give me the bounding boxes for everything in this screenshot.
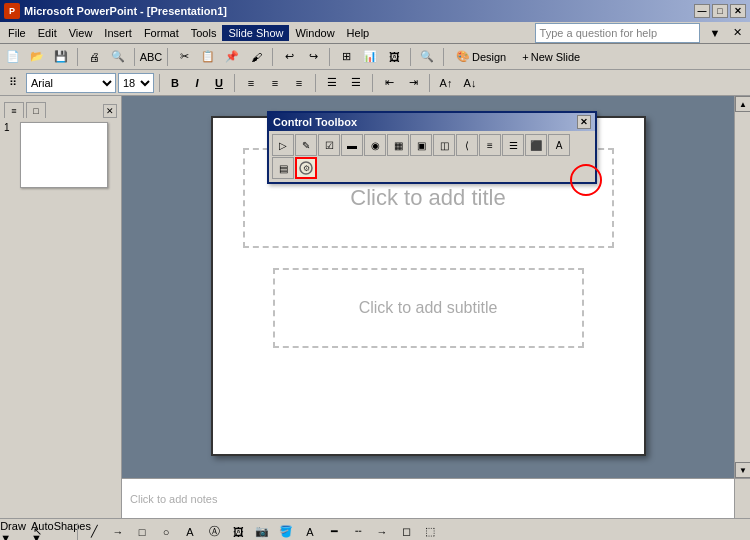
toolbox-title-bar[interactable]: Control Toolbox ✕: [269, 113, 595, 131]
toolbox-btn-image[interactable]: ▤: [272, 157, 294, 179]
draw-menu-btn[interactable]: Draw ▼: [2, 522, 24, 541]
font-size-select[interactable]: 18: [118, 73, 154, 93]
toolbox-btn-checkbox[interactable]: ☑: [318, 134, 340, 156]
wordart-btn[interactable]: Ⓐ: [203, 522, 225, 541]
bold-button[interactable]: B: [165, 73, 185, 93]
sep1: [77, 48, 78, 66]
copy-btn[interactable]: 📋: [197, 47, 219, 67]
sep5: [329, 48, 330, 66]
insert-chart-btn[interactable]: 📊: [359, 47, 381, 67]
help-search-box[interactable]: Type a question for help: [535, 23, 700, 43]
clipart-btn[interactable]: 🖼: [227, 522, 249, 541]
numbering-btn[interactable]: ☰: [345, 73, 367, 93]
align-left-btn[interactable]: ≡: [240, 73, 262, 93]
shadow-btn[interactable]: ◻: [395, 522, 417, 541]
menu-view[interactable]: View: [63, 25, 99, 41]
autoshapes-btn[interactable]: AutoShapes ▼: [50, 522, 72, 541]
close-button[interactable]: ✕: [730, 4, 746, 18]
design-button[interactable]: 🎨 Design: [449, 47, 513, 67]
insert-picture-btn[interactable]: 🖼: [383, 47, 405, 67]
spell-btn[interactable]: ABC: [140, 47, 162, 67]
preview-btn[interactable]: 🔍: [107, 47, 129, 67]
new-slide-icon: +: [522, 51, 528, 63]
new-btn[interactable]: 📄: [2, 47, 24, 67]
save-btn[interactable]: 💾: [50, 47, 72, 67]
dash-style-btn[interactable]: ╌: [347, 522, 369, 541]
more-controls-icon: ⚙: [299, 161, 313, 175]
toolbox-btn-tabstrip[interactable]: ⬛: [525, 134, 547, 156]
close-panel-btn[interactable]: ✕: [103, 104, 117, 118]
decrease-indent-btn[interactable]: ⇤: [378, 73, 400, 93]
toolbox-btn-morecontrols[interactable]: ⚙: [295, 157, 317, 179]
title-placeholder-text: Click to add title: [350, 185, 505, 211]
bullets-btn[interactable]: ☰: [321, 73, 343, 93]
font-size-increase-btn[interactable]: A↑: [435, 73, 457, 93]
scroll-up-btn[interactable]: ▲: [735, 96, 750, 112]
line-style-btn[interactable]: ━: [323, 522, 345, 541]
help-dropdown-btn[interactable]: ▼: [704, 23, 726, 43]
arrow-style-btn[interactable]: →: [371, 522, 393, 541]
toolbox-btn-combobox[interactable]: ▣: [410, 134, 432, 156]
arrow-btn[interactable]: →: [107, 522, 129, 541]
line-btn[interactable]: ╱: [83, 522, 105, 541]
toolbox-btn-select[interactable]: ▷: [272, 134, 294, 156]
menu-help[interactable]: Help: [341, 25, 376, 41]
redo-btn[interactable]: ↪: [302, 47, 324, 67]
toolbox-btn-label[interactable]: A: [548, 134, 570, 156]
maximize-button[interactable]: □: [712, 4, 728, 18]
menu-format[interactable]: Format: [138, 25, 185, 41]
font-select[interactable]: Arial: [26, 73, 116, 93]
fill-color-icon: 🪣: [279, 525, 293, 538]
font-size-decrease-btn[interactable]: A↓: [459, 73, 481, 93]
fill-color-btn[interactable]: 🪣: [275, 522, 297, 541]
zoom-btn[interactable]: 🔍: [416, 47, 438, 67]
minimize-button[interactable]: —: [694, 4, 710, 18]
align-right-btn[interactable]: ≡: [288, 73, 310, 93]
italic-button[interactable]: I: [187, 73, 207, 93]
menu-insert[interactable]: Insert: [98, 25, 138, 41]
help-search-placeholder: Type a question for help: [540, 27, 657, 39]
cut-btn[interactable]: ✂: [173, 47, 195, 67]
format-painter-btn[interactable]: 🖌: [245, 47, 267, 67]
underline-button[interactable]: U: [209, 73, 229, 93]
menu-window[interactable]: Window: [289, 25, 340, 41]
font-color-btn[interactable]: A: [299, 522, 321, 541]
notes-area[interactable]: Click to add notes: [122, 478, 734, 518]
new-slide-label: New Slide: [531, 51, 581, 63]
insert-table-btn[interactable]: ⊞: [335, 47, 357, 67]
menu-edit[interactable]: Edit: [32, 25, 63, 41]
rect-btn[interactable]: □: [131, 522, 153, 541]
increase-indent-btn[interactable]: ⇥: [402, 73, 424, 93]
textbox-draw-btn[interactable]: A: [179, 522, 201, 541]
sep-f2: [234, 74, 235, 92]
toolbox-btn-cmdbutton[interactable]: ☰: [502, 134, 524, 156]
3d-btn[interactable]: ⬚: [419, 522, 441, 541]
slide-thumbnail-1[interactable]: [20, 122, 108, 188]
align-center-btn[interactable]: ≡: [264, 73, 286, 93]
subtitle-placeholder[interactable]: Click to add subtitle: [273, 268, 584, 348]
toolbox-btn-spin[interactable]: ≡: [479, 134, 501, 156]
toolbox-btn-listbox[interactable]: ▦: [387, 134, 409, 156]
print-btn[interactable]: 🖨: [83, 47, 105, 67]
toolbox-btn-textbox[interactable]: ▬: [341, 134, 363, 156]
font-grip: ⠿: [2, 73, 24, 93]
menu-file[interactable]: File: [2, 25, 32, 41]
new-slide-button[interactable]: + New Slide: [515, 47, 587, 67]
help-close-btn[interactable]: ✕: [726, 23, 748, 43]
picture-btn[interactable]: 📷: [251, 522, 273, 541]
toolbox-close-button[interactable]: ✕: [577, 115, 591, 129]
toolbox-btn-frame[interactable]: ◫: [433, 134, 455, 156]
paste-btn[interactable]: 📌: [221, 47, 243, 67]
toolbox-btn-radio[interactable]: ◉: [364, 134, 386, 156]
toolbox-btn-text[interactable]: ✎: [295, 134, 317, 156]
oval-btn[interactable]: ○: [155, 522, 177, 541]
menu-tools[interactable]: Tools: [185, 25, 223, 41]
toolbox-btn-scroll[interactable]: ⟨: [456, 134, 478, 156]
open-btn[interactable]: 📂: [26, 47, 48, 67]
undo-btn[interactable]: ↩: [278, 47, 300, 67]
menu-slideshow[interactable]: Slide Show: [222, 25, 289, 41]
scroll-track: [735, 112, 750, 462]
outline-tab[interactable]: ≡: [4, 102, 24, 118]
slides-tab[interactable]: □: [26, 102, 46, 118]
scroll-down-btn[interactable]: ▼: [735, 462, 750, 478]
